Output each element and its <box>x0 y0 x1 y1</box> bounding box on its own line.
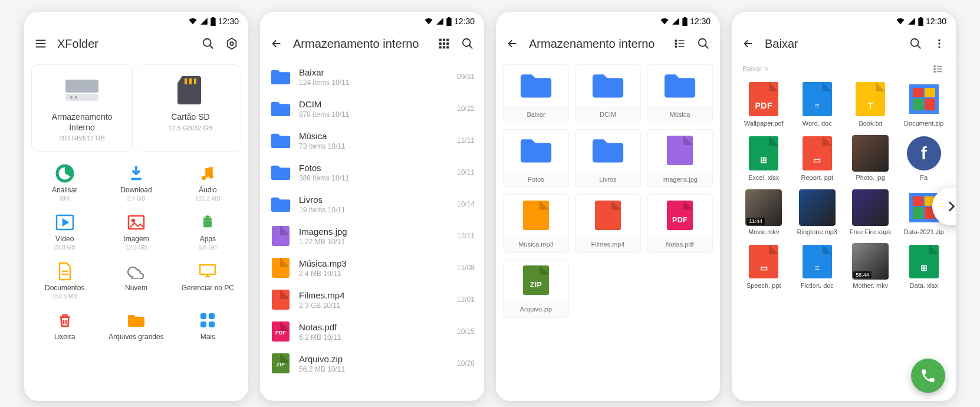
home-content: Armazenamento Interno 203 GB/512 GB Cart… <box>24 57 248 401</box>
list-item[interactable]: Fotos 389 items 10/11 10/11 <box>267 156 477 188</box>
file-item[interactable]: 58:44 Mother. mkv <box>847 243 895 290</box>
storage-internal[interactable]: Armazenamento Interno 203 GB/512 GB <box>31 64 133 152</box>
file-item[interactable]: ▭ Speech. ppt <box>740 243 788 290</box>
category-item[interactable]: Download 2.4 GB <box>103 163 169 202</box>
file-icon <box>269 288 292 311</box>
grid-view-icon[interactable] <box>437 37 451 51</box>
file-item[interactable]: ▭ Report. ppt <box>794 135 841 182</box>
svg-point-51 <box>934 68 935 70</box>
grid-item[interactable]: Livros <box>575 129 641 188</box>
category-label: Lixeira <box>31 333 98 341</box>
category-item[interactable]: Apps 5.6 GB <box>175 212 241 251</box>
file-item[interactable]: Document.zip <box>900 81 948 128</box>
file-item[interactable]: ≡ Word. doc <box>794 81 841 128</box>
app-bar: XFolder <box>24 31 248 57</box>
list-item[interactable]: Filmes.mp4 2.3 GB 10/11 12/01 <box>267 284 477 316</box>
file-label: Book.txt <box>847 120 895 128</box>
back-icon[interactable] <box>269 37 284 51</box>
category-item[interactable]: Mais <box>175 310 241 341</box>
list-item[interactable]: Música 73 items 10/11 11/11 <box>267 124 477 156</box>
svg-point-20 <box>209 217 211 218</box>
file-item[interactable]: T Book.txt <box>847 81 895 128</box>
grid-item[interactable]: Fotos <box>503 129 569 188</box>
grid-item[interactable]: Baixar <box>503 64 569 123</box>
file-item[interactable]: f Fa <box>900 135 948 182</box>
file-item[interactable]: Ringtone.mp3 <box>794 189 841 237</box>
file-item[interactable]: ⊞ Excel. xlsx <box>740 135 788 182</box>
category-item[interactable]: Nuvem <box>103 261 169 300</box>
list-item[interactable]: ZIP Arquivo.zip 56.2 MB 10/11 10/28 <box>267 347 477 379</box>
list-item[interactable]: Imagens.jpg 1.22 MB 10/11 12/11 <box>267 220 477 252</box>
svg-rect-12 <box>131 178 142 180</box>
category-item[interactable]: Lixeira <box>31 310 98 341</box>
file-item[interactable]: Free Fire.xapk <box>847 189 895 237</box>
more-icon[interactable] <box>932 37 946 51</box>
item-label: Música.mp3 <box>504 236 568 252</box>
settings-icon[interactable] <box>225 37 239 51</box>
file-item[interactable]: ⊞ Data. xlsx <box>900 243 948 290</box>
list-view-icon[interactable] <box>931 62 945 76</box>
breadcrumb[interactable]: Baixar > <box>742 65 768 73</box>
screen-title: Baixar <box>765 37 899 51</box>
screen-storage-grid: 12:30 Armazenamento interno Baixar DCIM … <box>496 12 720 401</box>
file-label: Speech. ppt <box>740 282 788 290</box>
category-icon <box>175 261 241 281</box>
svg-rect-1 <box>212 17 214 18</box>
list-view-icon[interactable] <box>673 37 687 51</box>
grid-item[interactable]: ZIP Arquivo.zip <box>503 259 569 318</box>
storage-sd[interactable]: Cartão SD 12.5 GB/32 GB <box>140 64 241 152</box>
category-label: Vídeo <box>31 235 98 243</box>
file-icon <box>575 195 640 236</box>
grid-item[interactable]: DCIM <box>575 64 641 123</box>
file-item[interactable]: ≡ Fiction. doc <box>794 243 841 290</box>
list-item[interactable]: DCIM 878 items 10/11 10/22 <box>267 93 477 124</box>
category-item[interactable]: Gerenciar no PC <box>175 261 241 300</box>
grid-item[interactable]: PDF Notas.pdf <box>647 194 713 253</box>
search-icon[interactable] <box>909 37 923 51</box>
category-item[interactable]: Arquivos grandes <box>103 310 169 341</box>
folder-icon <box>575 65 640 106</box>
category-item[interactable]: Analisar 39% <box>31 163 98 202</box>
file-item[interactable]: PDF Wallpaper.pdf <box>740 81 788 128</box>
grid-item[interactable]: Filmes.mp4 <box>575 194 641 253</box>
svg-point-40 <box>675 40 677 42</box>
folder-icon <box>269 65 292 88</box>
search-icon[interactable] <box>696 37 711 51</box>
wifi-icon <box>424 17 433 25</box>
list-item[interactable]: Livros 19 items 10/11 10/14 <box>267 188 477 220</box>
app-bar: Armazenamento interno <box>496 31 720 57</box>
category-item[interactable]: Imagem 12.3 GB <box>103 212 169 251</box>
category-item[interactable]: Vídeo 28.8 GB <box>31 212 98 251</box>
file-label: Word. doc <box>794 120 841 128</box>
call-fab[interactable] <box>911 359 945 393</box>
search-icon[interactable] <box>461 37 475 51</box>
grid-item[interactable]: Música.mp3 <box>503 194 569 253</box>
item-label: Música <box>647 106 712 123</box>
item-sub: 6.2 MB 10/11 <box>299 333 450 342</box>
category-item[interactable]: Áudio 181.2 MB <box>175 163 241 202</box>
category-label: Mais <box>175 333 241 341</box>
list-item[interactable]: Música.mp3 2.4 MB 10/11 11/08 <box>267 252 477 284</box>
file-item[interactable]: 11:44 Movie.mkv <box>740 189 788 237</box>
search-icon[interactable] <box>201 37 215 51</box>
file-item[interactable]: Photo. jpg <box>847 135 895 182</box>
item-sub: 1.22 MB 10/11 <box>299 238 450 246</box>
svg-point-13 <box>202 176 206 180</box>
grid-item[interactable]: Imagens.jpg <box>647 129 713 188</box>
svg-point-19 <box>205 217 206 218</box>
list-item[interactable]: Baixar 124 items 10/11 09/31 <box>267 61 477 93</box>
item-label: Arquivo.zip <box>504 301 568 317</box>
svg-rect-32 <box>443 42 445 45</box>
app-bar: Baixar <box>732 31 956 57</box>
category-icon <box>175 310 241 330</box>
back-icon[interactable] <box>505 37 519 51</box>
menu-icon[interactable] <box>34 37 48 51</box>
svg-point-52 <box>934 71 935 72</box>
svg-rect-10 <box>194 78 196 84</box>
file-icon: T <box>852 81 889 117</box>
back-icon[interactable] <box>741 37 755 51</box>
item-date: 10/22 <box>457 104 475 113</box>
category-item[interactable]: Documentos 150.5 MB <box>31 261 98 300</box>
grid-item[interactable]: Música <box>647 64 713 123</box>
list-item[interactable]: PDF Notas.pdf 6.2 MB 10/11 10/15 <box>267 316 477 347</box>
